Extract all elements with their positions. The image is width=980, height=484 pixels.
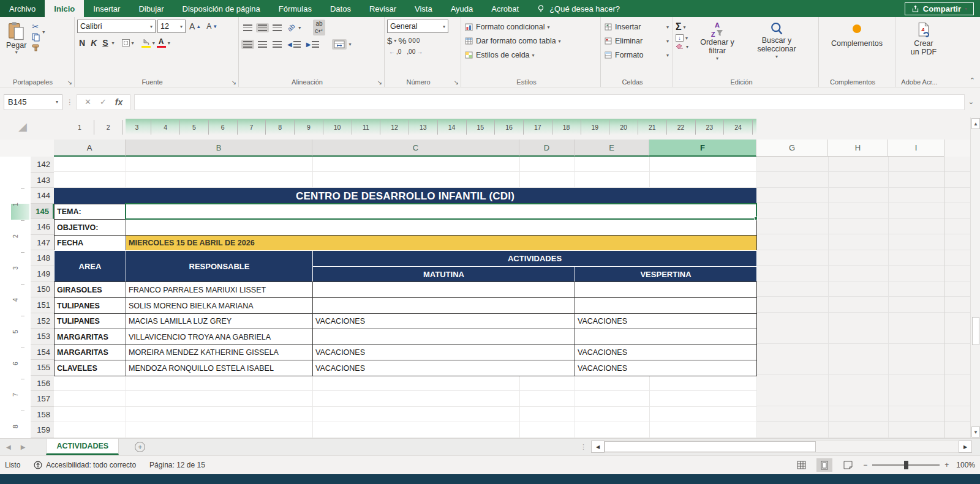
row-header-147[interactable]: 147 — [31, 235, 54, 250]
cell-area-154[interactable]: MARGARITAS — [54, 344, 126, 360]
name-box[interactable]: B145▾ — [4, 94, 62, 110]
scrollbar-grip[interactable]: ⋮ — [580, 443, 586, 451]
cell-vespertina-150[interactable] — [575, 281, 757, 298]
share-button[interactable]: Compartir ▾ — [905, 2, 974, 15]
tab-ayuda[interactable]: Ayuda — [442, 0, 483, 17]
row-header-149[interactable]: 149 — [31, 266, 54, 281]
zoom-track[interactable] — [872, 464, 940, 466]
row-header-155[interactable]: 155 — [31, 360, 54, 376]
tab-archivo[interactable]: Archivo — [0, 0, 45, 17]
row-header-153[interactable]: 153 — [31, 329, 54, 344]
insert-cells-button[interactable]: Insertar▾ — [603, 21, 670, 32]
scroll-left-button[interactable]: ◀ — [591, 441, 605, 453]
header-actividades[interactable]: ACTIVIDADES — [312, 250, 757, 267]
shrink-font-button[interactable]: A▼ — [205, 21, 219, 32]
bold-button[interactable]: N — [77, 37, 87, 49]
borders-chevron[interactable]: ▾ — [132, 40, 134, 46]
number-dialog-launcher[interactable]: ↘ — [454, 79, 459, 86]
format-as-table-button[interactable]: Dar formato como tabla▾ — [464, 35, 598, 47]
increase-decimal-button[interactable]: ←,0 — [387, 47, 403, 56]
column-header-f[interactable]: F — [649, 140, 756, 157]
cell-matutina-154[interactable]: VACACIONES — [312, 344, 575, 360]
tab-vista[interactable]: Vista — [405, 0, 442, 17]
tab-datos[interactable]: Datos — [321, 0, 360, 17]
cell-responsable-151[interactable]: SOLIS MORENO BIELKA MARIANA — [126, 297, 313, 314]
fill-color-button[interactable] — [141, 39, 151, 48]
collapse-ribbon-button[interactable]: ⌃ — [970, 76, 975, 84]
tell-me-search[interactable]: ¿Qué desea hacer? — [537, 0, 620, 17]
decrease-decimal-button[interactable]: ,00→ — [405, 47, 424, 56]
column-header-e[interactable]: E — [575, 140, 649, 157]
fill-button[interactable]: ↓▾ — [676, 34, 688, 42]
align-left-button[interactable] — [241, 40, 254, 49]
row-header-144[interactable]: 144 — [31, 188, 54, 204]
font-dialog-launcher[interactable]: ↘ — [232, 79, 236, 86]
paste-options-chevron[interactable]: ▾ — [42, 29, 45, 35]
page-layout-view-button[interactable] — [816, 458, 832, 472]
zoom-thumb[interactable] — [904, 461, 908, 469]
cell-vespertina-155[interactable]: VACACIONES — [575, 360, 757, 376]
row-header-151[interactable]: 151 — [31, 297, 54, 313]
cell-responsable-152[interactable]: MACIAS LAMILLA LUZ GREY — [126, 313, 313, 329]
align-middle-button[interactable] — [256, 23, 269, 32]
row-header-146[interactable]: 146 — [31, 219, 54, 235]
underline-button[interactable]: S — [100, 37, 110, 49]
column-header-d[interactable]: D — [519, 140, 575, 157]
create-pdf-button[interactable]: A Crear un PDF — [907, 20, 940, 59]
vertical-scrollbar[interactable]: ▲ ▼ — [970, 117, 980, 438]
percent-button[interactable]: % — [398, 35, 406, 46]
sheet-tab-actividades[interactable]: ACTIVIDADES — [46, 439, 119, 455]
cell-matutina-151[interactable] — [312, 297, 575, 314]
cell-responsable-153[interactable]: VILLAVICENCIO TROYA ANA GABRIELA — [126, 329, 313, 345]
header-responsable[interactable]: RESPONSABLE — [126, 250, 313, 282]
enter-icon[interactable]: ✓ — [100, 97, 107, 106]
zoom-level[interactable]: 100% — [956, 461, 975, 469]
column-header-b[interactable]: B — [126, 140, 312, 157]
merge-center-button[interactable] — [332, 39, 347, 50]
sort-filter-button[interactable]: AZ Ordenar y filtrar ▾ — [690, 20, 744, 63]
vertical-scroll-thumb[interactable] — [972, 317, 979, 345]
alignment-dialog-launcher[interactable]: ↘ — [377, 79, 382, 86]
paste-button[interactable]: Pegar ▾ — [2, 20, 30, 58]
cut-button[interactable]: ✂ — [32, 22, 40, 31]
normal-view-button[interactable] — [793, 458, 809, 472]
font-size-combo[interactable]: 12▾ — [157, 20, 186, 33]
cell-styles-button[interactable]: Estilos de celda▾ — [464, 50, 598, 61]
scroll-right-button[interactable]: ▶ — [959, 441, 972, 453]
accessibility-status[interactable]: Accesibilidad: todo correcto — [34, 461, 136, 469]
cell-vespertina-153[interactable] — [575, 329, 757, 345]
tab-revisar[interactable]: Revisar — [360, 0, 405, 17]
prev-sheet-button[interactable]: ◀ — [6, 444, 11, 450]
sheet-title-banner[interactable]: CENTRO DE DESARROLLO INFANTIL (CDI) — [54, 188, 756, 204]
grow-font-button[interactable]: A▲ — [187, 20, 203, 32]
cell-area-153[interactable]: MARGARITAS — [54, 329, 126, 345]
autosum-button[interactable]: Σ▾ — [676, 21, 688, 32]
row-header-152[interactable]: 152 — [31, 313, 54, 329]
tab-disposicion[interactable]: Disposición de página — [173, 0, 270, 17]
tab-formulas[interactable]: Fórmulas — [270, 0, 321, 17]
zoom-in-button[interactable]: + — [944, 461, 949, 469]
tab-insertar[interactable]: Insertar — [84, 0, 129, 17]
fill-handle[interactable] — [754, 217, 758, 220]
scroll-up-button[interactable]: ▲ — [971, 118, 980, 129]
row-header-142[interactable]: 142 — [31, 157, 54, 173]
row-header-157[interactable]: 157 — [31, 391, 54, 407]
thousands-button[interactable]: 000 — [409, 37, 421, 44]
horizontal-scroll-track[interactable] — [605, 441, 959, 453]
cell-fecha-label[interactable]: FECHA — [54, 235, 126, 251]
align-top-button[interactable] — [241, 23, 254, 32]
cell-matutina-153[interactable] — [312, 329, 575, 345]
tab-dibujar[interactable]: Dibujar — [129, 0, 173, 17]
merge-center-chevron[interactable]: ▾ — [349, 42, 351, 47]
row-header-145[interactable]: 145 — [31, 204, 54, 219]
format-cells-button[interactable]: Formato▾ — [603, 50, 670, 61]
align-bottom-button[interactable] — [271, 23, 284, 32]
column-header-h[interactable]: H — [828, 140, 888, 157]
cell-objetivo-value[interactable] — [126, 219, 757, 236]
row-header-158[interactable]: 158 — [31, 407, 54, 422]
zoom-slider[interactable]: − + — [863, 461, 949, 469]
header-area[interactable]: AREA — [54, 250, 126, 282]
cell-tema-label[interactable]: TEMA: — [54, 204, 126, 220]
cell-matutina-155[interactable]: VACACIONES — [312, 360, 575, 376]
row-header-150[interactable]: 150 — [31, 281, 54, 297]
